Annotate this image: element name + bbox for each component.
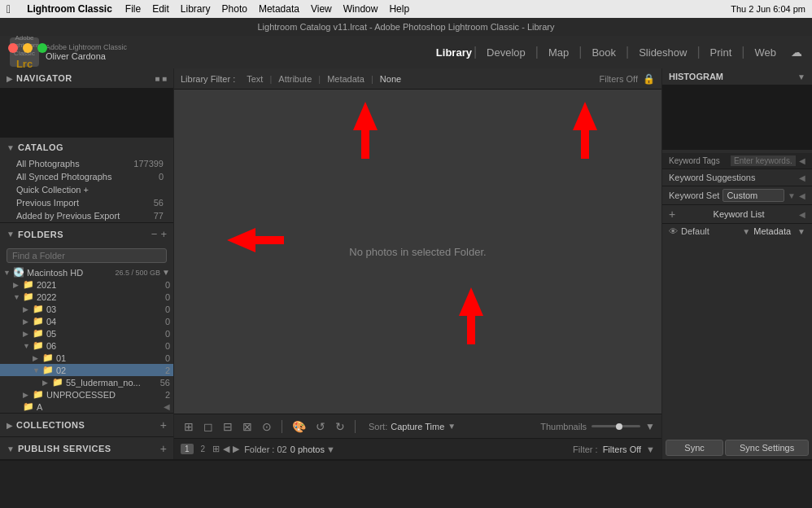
filter-none-option[interactable]: None bbox=[375, 72, 406, 85]
filter-lock-icon[interactable]: 🔒 bbox=[643, 73, 655, 85]
keyword-suggestions-row[interactable]: Keyword Suggestions ◀ bbox=[662, 169, 812, 186]
filter-metadata-option[interactable]: Metadata bbox=[322, 72, 369, 85]
back-button[interactable]: ◀ bbox=[223, 444, 229, 454]
folder-01[interactable]: ▶ 📁 01 0 bbox=[0, 352, 173, 364]
metadata-preset-value[interactable]: Default bbox=[681, 226, 739, 236]
sync-button[interactable]: Sync bbox=[666, 440, 723, 456]
folder-unprocessed-label: UNPROCESSED bbox=[46, 390, 154, 400]
photos-count[interactable]: 0 photos bbox=[290, 444, 325, 454]
cloud-icon[interactable]: ☁ bbox=[791, 46, 802, 59]
maximize-button[interactable] bbox=[37, 43, 47, 53]
sort-value[interactable]: Capture Time bbox=[391, 422, 444, 431]
folder-02[interactable]: ▼ 📁 02 2 bbox=[0, 364, 173, 376]
print-nav[interactable]: Print bbox=[702, 43, 740, 62]
window-controls[interactable] bbox=[8, 43, 47, 53]
sort-dropdown-icon[interactable]: ▼ bbox=[447, 422, 456, 431]
folder-03[interactable]: ▶ 📁 03 0 bbox=[0, 303, 173, 315]
folder-search-input[interactable] bbox=[7, 248, 167, 263]
grid-view-button[interactable]: ⊞ bbox=[181, 418, 197, 435]
loupe-view-button[interactable]: ◻ bbox=[200, 418, 216, 435]
folder-05-count: 0 bbox=[154, 329, 170, 339]
nav-links: Library | Develop | Map | Book | Slidesh… bbox=[436, 43, 802, 62]
folder-06[interactable]: ▼ 📁 06 0 bbox=[0, 339, 173, 352]
folder-55-luderman[interactable]: ▶ 📁 55_luderman_no... 56 bbox=[0, 376, 173, 388]
forward-button[interactable]: ▶ bbox=[233, 444, 239, 454]
histogram-header[interactable]: Histogram ▼ bbox=[662, 68, 812, 85]
rotate-right-button[interactable]: ↻ bbox=[332, 418, 348, 435]
metadata-eye-icon[interactable]: 👁 bbox=[669, 226, 678, 236]
library-nav[interactable]: Library bbox=[436, 46, 472, 59]
catalog-item-added-by-export[interactable]: Added by Previous Export 77 bbox=[0, 209, 173, 222]
folder-03-icon: 📁 bbox=[33, 304, 44, 314]
folder-search bbox=[0, 245, 173, 266]
publish-services-header[interactable]: ▼ Publish Services + bbox=[0, 437, 173, 459]
collections-header[interactable]: ▶ Collections + bbox=[0, 414, 173, 436]
title-bar: Lightroom Catalog v11.lrcat - Adobe Phot… bbox=[0, 18, 812, 36]
folder-unprocessed[interactable]: ▶ 📁 UNPROCESSED 2 bbox=[0, 388, 173, 401]
filter-dropdown-icon[interactable]: ▼ bbox=[646, 444, 655, 454]
publish-services-add-button[interactable]: + bbox=[160, 442, 167, 455]
filter-right: Filters Off 🔒 bbox=[600, 73, 655, 85]
rotate-left-button[interactable]: ↺ bbox=[312, 418, 329, 435]
thumbnail-slider[interactable] bbox=[592, 425, 640, 427]
catalog-header[interactable]: ▼ Catalog bbox=[0, 138, 173, 157]
catalog-item-previous-import[interactable]: Previous Import 56 bbox=[0, 196, 173, 209]
develop-nav[interactable]: Develop bbox=[478, 43, 534, 62]
map-nav[interactable]: Map bbox=[540, 43, 577, 62]
metadata-expand-icon[interactable]: ▼ bbox=[797, 227, 805, 236]
window-menu[interactable]: Window bbox=[343, 3, 378, 15]
keyword-list-plus-button[interactable]: + bbox=[669, 208, 675, 221]
filter-text-option[interactable]: Text bbox=[242, 72, 268, 85]
close-button[interactable] bbox=[8, 43, 18, 53]
survey-view-button[interactable]: ⊠ bbox=[239, 418, 255, 435]
folder-2022[interactable]: ▼ 📁 2022 0 bbox=[0, 291, 173, 303]
minimize-button[interactable] bbox=[23, 43, 33, 53]
folders-plus-button[interactable]: + bbox=[160, 228, 167, 240]
compare-view-button[interactable]: ⊟ bbox=[220, 418, 236, 435]
page-1-button[interactable]: 1 bbox=[181, 444, 194, 454]
sync-settings-button[interactable]: Sync Settings bbox=[725, 440, 809, 456]
folder-2021[interactable]: ▶ 📁 2021 0 bbox=[0, 278, 173, 291]
catalog-count-synced: 0 bbox=[139, 172, 164, 182]
catalog-item-quick-collection[interactable]: Quick Collection + bbox=[0, 183, 173, 196]
photo-menu[interactable]: Photo bbox=[222, 3, 247, 15]
edit-menu[interactable]: Edit bbox=[152, 3, 169, 15]
app-menu-item[interactable]: Lightroom Classic bbox=[27, 3, 112, 15]
view-menu[interactable]: View bbox=[311, 3, 332, 15]
keyword-set-value[interactable]: Custom bbox=[723, 189, 784, 202]
slideshow-nav[interactable]: Slideshow bbox=[631, 43, 695, 62]
photos-dropdown-icon[interactable]: ▼ bbox=[326, 444, 335, 454]
develop-view-button[interactable]: ⊙ bbox=[259, 418, 275, 435]
apple-menu[interactable]:  bbox=[7, 2, 11, 15]
filmstrip-grid-icon[interactable]: ⊞ bbox=[212, 444, 220, 454]
keyword-set-dropdown-icon[interactable]: ▼ bbox=[788, 191, 796, 200]
thumbnails-dropdown-icon[interactable]: ▼ bbox=[645, 421, 655, 432]
folders-header[interactable]: ▼ Folders − + bbox=[0, 223, 173, 245]
library-menu[interactable]: Library bbox=[181, 3, 211, 15]
help-menu[interactable]: Help bbox=[389, 3, 409, 15]
page-2-button[interactable]: 2 bbox=[197, 444, 210, 454]
drive-dropdown-icon[interactable]: ▼ bbox=[162, 268, 170, 277]
folder-a[interactable]: 📁 A ◀ bbox=[0, 401, 173, 413]
catalog-item-synced[interactable]: All Synced Photographs 0 bbox=[0, 170, 173, 183]
folder-04[interactable]: ▶ 📁 04 0 bbox=[0, 315, 173, 327]
folders-minus-button[interactable]: − bbox=[151, 228, 158, 240]
book-nav[interactable]: Book bbox=[583, 43, 624, 62]
navigator-header[interactable]: ▶ Navigator ■ ■ bbox=[0, 68, 173, 88]
metadata-menu[interactable]: Metadata bbox=[259, 3, 299, 15]
folder-05[interactable]: ▶ 📁 05 0 bbox=[0, 327, 173, 339]
filter-attribute-option[interactable]: Attribute bbox=[273, 72, 317, 85]
spray-tool-button[interactable]: 🎨 bbox=[289, 418, 309, 435]
catalog-item-all-photos[interactable]: All Photographs 177399 bbox=[0, 157, 173, 170]
folder-06-arrow: ▼ bbox=[23, 342, 33, 350]
file-menu[interactable]: File bbox=[125, 3, 141, 15]
metadata-label: Metadata bbox=[753, 226, 791, 236]
drive-item[interactable]: ▼ 💽 Macintosh HD 26.5 / 500 GB ▼ bbox=[0, 266, 173, 278]
folder-a-collapse[interactable]: ◀ bbox=[164, 402, 170, 411]
histogram-expand-icon[interactable]: ▼ bbox=[797, 72, 805, 81]
folder-2021-count: 0 bbox=[154, 280, 170, 290]
keyword-tags-input[interactable] bbox=[731, 155, 796, 166]
collections-add-button[interactable]: + bbox=[160, 418, 167, 431]
metadata-preset-dropdown[interactable]: ▼ bbox=[742, 227, 750, 236]
web-nav[interactable]: Web bbox=[747, 43, 785, 62]
